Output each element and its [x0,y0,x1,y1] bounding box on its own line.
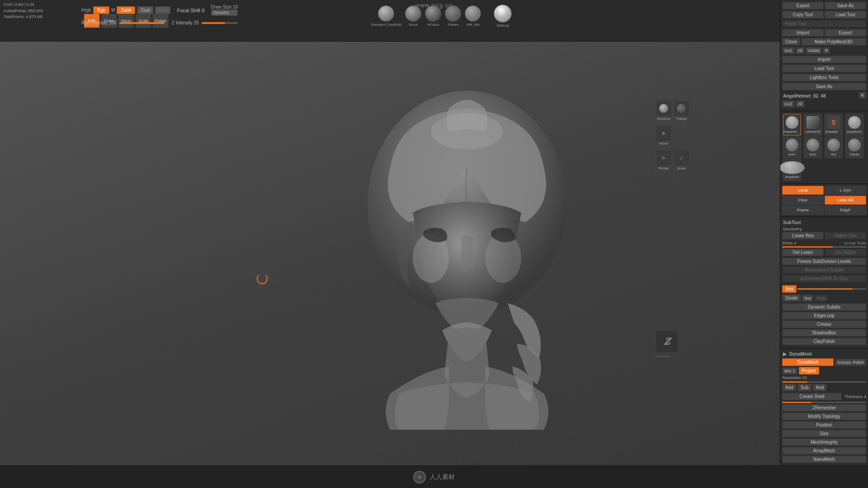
smt-button[interactable]: Smt [782,285,797,293]
rgb-button[interactable]: Rgb [93,6,109,14]
load-tool2-button[interactable]: Load Tool [782,65,866,72]
load-tool-button[interactable]: Load Tool [825,11,866,19]
dynamesh-button[interactable]: DynaMesh [782,358,834,366]
all-button[interactable]: All [796,47,805,54]
dynamic-transp-icons: Dynamo Transp [656,100,689,121]
claypolish-button[interactable]: ClayPolish [782,338,866,345]
draw-size-label: Draw Size 19 [211,5,238,9]
mesh-integrity-button[interactable]: MeshIntegrity [782,438,866,446]
make-polymesh3d-button[interactable]: Make PolyMesh3D [801,38,866,46]
zsub-button[interactable]: Zsub [137,6,153,14]
position-button[interactable]: Position [782,421,866,429]
tool-thumb-danda[interactable]: Danda [845,136,863,158]
watermark-people3: 人人素材 [36,200,105,223]
brush-standard-claybuild[interactable]: Standard ClayBuild [371,5,401,27]
left-info: 0.047,0.857,0.34 ActivePoints: 856,833 T… [4,2,43,20]
clone-button[interactable]: Clone [782,38,800,46]
create-shell-button[interactable]: Create Shell [782,393,842,400]
tool-thumb-angel2[interactable]: AngelHelm [845,114,863,136]
canvas-area[interactable]: RRCG RRCG 人人素材 RRCG 人人素材 RRCG 人人素材 RRCG … [0,42,780,465]
move-small-icon[interactable]: ⊕ [656,125,672,141]
resolution-slider [782,381,866,383]
modify-topology-button[interactable]: Modify Topology [782,413,866,420]
freeze-subdiv-button[interactable]: Freeze SubDivision Levels [782,258,866,265]
frame-button[interactable]: Frame [782,206,824,215]
poly-f-button[interactable]: PolyF [825,206,866,215]
focal-shift-label: Focal Shift 0 [177,8,204,13]
watermark-rrcg4: RRCG [253,132,312,155]
ecut-button[interactable]: Ecut [155,6,170,14]
export-button[interactable]: Export [782,2,824,9]
import-button[interactable]: Import [782,29,824,37]
brush-flatten[interactable]: Flatten [445,5,461,27]
logo-circle-icon: ⊙ [413,471,426,483]
sdiv-slider-row [782,246,866,248]
lower-res-button[interactable]: Lower Res [782,232,824,239]
sdiv-row: SDivs 4 Group: Rate [782,241,866,245]
nano-mesh-button[interactable]: NanoMesh [782,455,866,463]
r-button[interactable]: R [823,47,830,54]
tool-thumb-test2[interactable]: test1 [804,136,822,158]
scale-small-icon[interactable]: ⤢ [673,150,689,166]
zadd-button[interactable]: Zadd [117,6,135,14]
array-mesh-button[interactable]: ArrayMesh [782,447,866,455]
floor-button[interactable]: Floor [782,196,824,205]
watermark-rrcg5: RRCG [163,200,222,222]
divide-button[interactable]: Divide [782,294,801,302]
dynamic-icon-group: Dynamo [656,100,672,121]
m-label: M [111,8,115,13]
tool-thumb-test3[interactable]: test [825,136,843,158]
dynamic-subdiv-button[interactable]: Dynamic Subdiv [782,303,866,311]
coords-display: 0.047,0.857,0.34 [4,2,43,8]
group-rate-label: Group: Rate [844,241,866,245]
edgeloop-button[interactable]: EdgeLoop [782,312,866,319]
tool-thumb-s[interactable]: S SimpleBrush [825,114,843,136]
copy-tool-button[interactable]: Copy Tool [782,11,824,19]
rotate-small-icon[interactable]: ↻ [656,150,672,166]
brush-mm-mix[interactable]: MM_Mix [465,5,481,27]
tool-thumb-angelfish[interactable]: AngelFish [783,159,801,181]
r2-button[interactable]: R [859,92,867,99]
save-as-button[interactable]: Save As [825,2,866,9]
groups-polish-button[interactable]: Groups: Polish [835,359,866,366]
save-as2-button[interactable]: Save As [782,83,866,90]
angel-helmet-label: AngelHelmet_02. 48 [782,92,858,99]
crease-button[interactable]: Crease [782,320,866,328]
l-sym-button[interactable]: L Sym [825,186,866,195]
move-rotate-icons: ⊕ Move [656,125,689,145]
blur-button[interactable]: Blur 2 [782,367,797,375]
del-lower-button[interactable]: Del Lower [782,249,824,256]
reconstruct-subdiv-button: Reconstruct Subdiv [782,266,866,274]
transp-icon[interactable] [673,100,689,117]
size-button[interactable]: Size [782,430,866,437]
brush-hpolish[interactable]: hPolish [425,5,441,27]
tool-thumb-test1[interactable]: test1 [783,136,801,158]
suv-button[interactable]: Suv [802,295,814,302]
all2-button[interactable]: All [796,100,805,108]
rotate-scale-icons: ↻ Rotate ⤢ Scale [656,150,689,170]
import2-button[interactable]: Import [782,56,866,63]
export2-button[interactable]: Export [825,29,866,37]
zremesher-button[interactable]: ZRemesher [782,404,866,412]
blur-project-row: Blur 2 Project [782,367,866,375]
sub-button[interactable]: Sub [797,384,812,391]
and-button[interactable]: And [813,384,827,391]
goz2-button[interactable]: GoZ [782,100,795,108]
visible-button[interactable]: Visible [806,47,822,54]
goz-button[interactable]: GoZ [782,47,795,54]
lines-fill-button[interactable]: Lines Fill [825,196,866,205]
bottom-logo: ⊙ 人人素材 [413,471,455,483]
dynamic-icon[interactable] [656,100,672,117]
local-button[interactable]: Local [782,186,824,195]
matcap-icon[interactable]: MatCap [494,5,512,28]
lightbox-tools-button[interactable]: Lightbox Tools [782,74,866,81]
shadowbox-button[interactable]: ShadowBox [782,329,866,337]
brush-move[interactable]: Move [405,5,421,27]
project-button[interactable]: Project [799,367,819,375]
rnity-button: Rnity [814,295,828,302]
tool-thumb-cylinder[interactable]: Cylinder3D [804,114,822,136]
add-button[interactable]: Add [782,384,797,391]
move-icon-group: ⊕ Move [656,125,672,145]
tool-thumb-angel[interactable]: AngelHelmet_01 [783,114,801,136]
transform-icons: Dynamo Transp ⊕ Move ↻ Rotate [656,100,689,170]
